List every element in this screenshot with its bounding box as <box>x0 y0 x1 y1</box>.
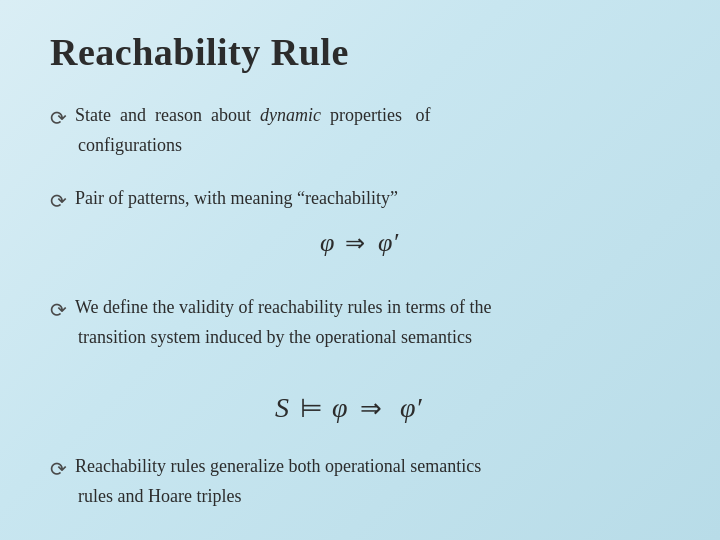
svg-text:⇒: ⇒ <box>345 230 365 256</box>
slide-title: Reachability Rule <box>50 30 670 74</box>
svg-text:⇒: ⇒ <box>360 394 382 423</box>
bullet-state: ⟳ State and reason about dynamic propert… <box>50 102 670 159</box>
svg-text:φ′: φ′ <box>378 228 398 257</box>
bullet-symbol-1: ⟳ <box>50 104 67 132</box>
formula-s-svg: S ⊨ φ ⇒ φ′ <box>270 381 450 431</box>
word-dynamic: dynamic <box>260 105 321 125</box>
svg-text:φ: φ <box>332 392 348 423</box>
bullet-symbol-2: ⟳ <box>50 187 67 215</box>
word-reason: reason <box>155 105 202 125</box>
bullet-text-we-line1: We define the validity of reachability r… <box>75 294 491 321</box>
bullet-text-reachability-line1: Reachability rules generalize both opera… <box>75 453 481 480</box>
bullet-symbol-3: ⟳ <box>50 296 67 324</box>
formula-phi: φ ⇒ φ′ <box>50 219 670 264</box>
word-about: about <box>211 105 251 125</box>
svg-text:φ: φ <box>320 228 334 257</box>
bullet-text-state: State and reason about dynamic propertie… <box>75 102 430 129</box>
bullet-state-line2: configurations <box>78 132 670 159</box>
svg-text:S: S <box>275 392 289 423</box>
svg-text:φ′: φ′ <box>400 392 422 423</box>
bullet-text-pair: Pair of patterns, with meaning “reachabi… <box>75 185 398 212</box>
svg-text:⊨: ⊨ <box>300 394 323 423</box>
bullet-symbol-4: ⟳ <box>50 455 67 483</box>
word-and: and <box>120 105 146 125</box>
formula-s: S ⊨ φ ⇒ φ′ <box>50 381 670 431</box>
bullet-section: ⟳ State and reason about dynamic propert… <box>50 102 670 518</box>
bullet-we: ⟳ We define the validity of reachability… <box>50 294 670 351</box>
bullet-reachability-line2: rules and Hoare triples <box>78 483 670 510</box>
formula-phi-svg: φ ⇒ φ′ <box>310 219 410 264</box>
slide: Reachability Rule ⟳ State and reason abo… <box>0 0 720 540</box>
bullet-pair: ⟳ Pair of patterns, with meaning “reacha… <box>50 185 670 268</box>
bullet-reachability: ⟳ Reachability rules generalize both ope… <box>50 453 670 510</box>
bullet-we-line2: transition system induced by the operati… <box>78 324 670 351</box>
